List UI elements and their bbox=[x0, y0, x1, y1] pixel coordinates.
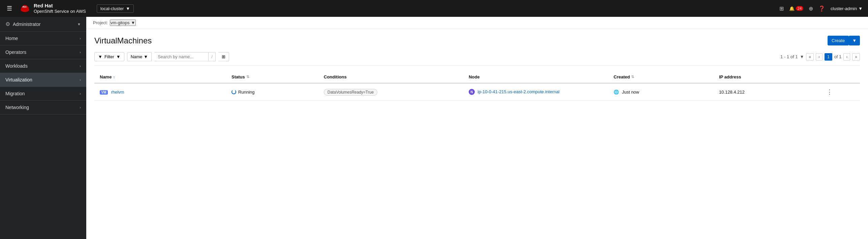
pagination-current-btn[interactable]: 1 bbox=[825, 53, 832, 61]
user-chevron-icon: ▼ bbox=[858, 6, 863, 11]
node-name-link[interactable]: ip-10-0-41-215.us-east-2.compute.interna… bbox=[478, 89, 560, 94]
search-input[interactable] bbox=[154, 53, 208, 61]
migration-chevron-icon: › bbox=[80, 92, 81, 96]
sidebar-section-migration: Migration › bbox=[0, 87, 86, 101]
filter-btn[interactable]: ▼ Filter ▼ bbox=[94, 52, 124, 61]
cluster-chevron-icon: ▼ bbox=[126, 6, 130, 11]
networking-chevron-icon: › bbox=[80, 105, 81, 109]
navbar-right: ⊞ 🔔 24 ⊕ ❓ cluster-admin ▼ bbox=[779, 5, 863, 12]
home-chevron-icon: › bbox=[80, 36, 81, 40]
user-menu-btn[interactable]: cluster-admin ▼ bbox=[831, 6, 863, 11]
col-created-label: Created bbox=[614, 74, 630, 79]
operators-chevron-icon: › bbox=[80, 50, 81, 54]
sidebar-section-operators: Operators › bbox=[0, 45, 86, 59]
col-header-node: Node bbox=[463, 71, 608, 83]
name-chevron-icon: ▼ bbox=[144, 54, 148, 59]
node-type-badge: N bbox=[469, 89, 475, 95]
col-conditions-label: Conditions bbox=[324, 74, 347, 79]
main-content: Project: vm-gitops ▼ VirtualMachines Cre… bbox=[86, 17, 868, 239]
sidebar-section-virtualization: Virtualization › bbox=[0, 73, 86, 87]
sidebar-item-label-home: Home bbox=[5, 36, 18, 41]
administrator-icon: ⚙ bbox=[5, 21, 10, 27]
create-dropdown-btn[interactable]: ▼ bbox=[849, 36, 860, 45]
notifications-badge: 24 bbox=[796, 6, 803, 11]
sidebar-section-home: Home › bbox=[0, 32, 86, 45]
filter-chevron-icon: ▼ bbox=[116, 54, 121, 59]
project-selector-btn[interactable]: vm-gitops ▼ bbox=[110, 20, 136, 26]
col-header-created[interactable]: Created ⇅ bbox=[608, 71, 714, 83]
col-header-conditions: Conditions bbox=[318, 71, 463, 83]
filter-bar: ▼ Filter ▼ Name ▼ / ⊞ 1 - 1 of 1 ▼ bbox=[94, 52, 860, 66]
bell-icon: 🔔 bbox=[789, 6, 795, 11]
page-content: VirtualMachines Create ▼ ▼ Filter ▼ Name… bbox=[86, 29, 868, 107]
page-title: VirtualMachines bbox=[94, 36, 152, 45]
page-header: VirtualMachines Create ▼ bbox=[94, 36, 860, 45]
running-spinner-icon bbox=[231, 90, 236, 94]
notifications-btn[interactable]: 🔔 24 bbox=[789, 6, 803, 11]
sidebar-section-workloads: Workloads › bbox=[0, 59, 86, 73]
sidebar-item-administrator[interactable]: ⚙ Administrator ▼ bbox=[0, 17, 86, 31]
sidebar-item-operators[interactable]: Operators › bbox=[0, 45, 86, 59]
col-name-sort-icon: ↑ bbox=[113, 75, 115, 79]
sidebar-item-networking[interactable]: Networking › bbox=[0, 101, 86, 114]
navbar: ☰ RH Red Hat OpenShift Service on AWS lo… bbox=[0, 0, 868, 17]
pagination-prev-btn[interactable]: ‹ bbox=[816, 53, 823, 61]
brand: RH Red Hat OpenShift Service on AWS bbox=[19, 2, 86, 14]
redhat-logo-icon: RH bbox=[19, 2, 31, 14]
col-header-name[interactable]: Name ↑ bbox=[94, 71, 226, 83]
create-btn-wrapper: Create ▼ bbox=[828, 36, 860, 45]
sidebar-item-label-networking: Networking bbox=[5, 105, 29, 110]
col-header-actions bbox=[819, 71, 860, 83]
cell-node: N ip-10-0-41-215.us-east-2.compute.inter… bbox=[463, 83, 608, 101]
layout: ⚙ Administrator ▼ Home › Operators › bbox=[0, 17, 868, 239]
col-status-sort-icon: ⇅ bbox=[246, 75, 249, 79]
sidebar-item-label-workloads: Workloads bbox=[5, 63, 28, 69]
user-name: cluster-admin bbox=[831, 6, 857, 11]
sidebar-section-admin: ⚙ Administrator ▼ bbox=[0, 17, 86, 32]
cluster-selector-btn[interactable]: local-cluster ▼ bbox=[97, 4, 134, 13]
pagination-next-btn[interactable]: › bbox=[843, 53, 850, 61]
hamburger-icon[interactable]: ☰ bbox=[5, 3, 13, 13]
column-selector-btn[interactable]: ⊞ bbox=[218, 52, 229, 61]
col-ip-label: IP address bbox=[719, 74, 741, 79]
search-name-btn[interactable]: Name ▼ bbox=[127, 52, 152, 61]
cell-conditions: DataVolumesReady=True bbox=[318, 83, 463, 101]
virtualization-chevron-icon: › bbox=[80, 78, 81, 82]
col-header-ip: IP address bbox=[714, 71, 819, 83]
project-name: vm-gitops bbox=[111, 20, 129, 25]
project-chevron-icon: ▼ bbox=[131, 20, 135, 25]
cluster-selector-wrapper[interactable]: local-cluster ▼ bbox=[97, 4, 134, 13]
redhat-logo: RH bbox=[19, 2, 31, 14]
vm-name-link[interactable]: rhelvm bbox=[111, 90, 124, 95]
sidebar: ⚙ Administrator ▼ Home › Operators › bbox=[0, 17, 86, 239]
grid-icon[interactable]: ⊞ bbox=[779, 5, 784, 12]
cell-created: 🌐 Just now bbox=[608, 83, 714, 101]
create-button[interactable]: Create bbox=[828, 36, 849, 45]
pagination-range: 1 - 1 of 1 bbox=[780, 54, 798, 59]
plus-icon[interactable]: ⊕ bbox=[809, 5, 813, 12]
pagination-last-btn[interactable]: » bbox=[852, 53, 860, 61]
sidebar-section-networking: Networking › bbox=[0, 101, 86, 114]
pagination-selector-btn[interactable]: ▼ bbox=[800, 54, 804, 59]
help-icon[interactable]: ❓ bbox=[818, 5, 825, 12]
col-header-status[interactable]: Status ⇅ bbox=[226, 71, 318, 83]
sidebar-item-home[interactable]: Home › bbox=[0, 32, 86, 45]
cell-actions: ⋮ bbox=[819, 83, 860, 101]
col-status-label: Status bbox=[231, 74, 245, 79]
brand-name: Red Hat bbox=[34, 2, 86, 9]
pagination-first-btn[interactable]: « bbox=[806, 53, 814, 61]
row-kebab-btn[interactable]: ⋮ bbox=[825, 88, 835, 96]
col-node-label: Node bbox=[469, 74, 480, 79]
status-label: Running bbox=[238, 90, 254, 95]
name-label: Name bbox=[131, 54, 143, 59]
workloads-chevron-icon: › bbox=[80, 64, 81, 68]
vm-table: Name ↑ Status ⇅ Conditions bbox=[94, 71, 860, 101]
pagination-of-label: of 1 bbox=[834, 54, 842, 59]
created-label: Just now bbox=[622, 90, 639, 95]
cell-ip: 10.128.4.212 bbox=[714, 83, 819, 101]
sidebar-item-migration[interactable]: Migration › bbox=[0, 87, 86, 100]
sidebar-item-virtualization[interactable]: Virtualization › bbox=[0, 73, 86, 87]
svg-text:RH: RH bbox=[23, 5, 27, 8]
filter-icon: ▼ bbox=[98, 54, 102, 59]
sidebar-item-workloads[interactable]: Workloads › bbox=[0, 59, 86, 73]
